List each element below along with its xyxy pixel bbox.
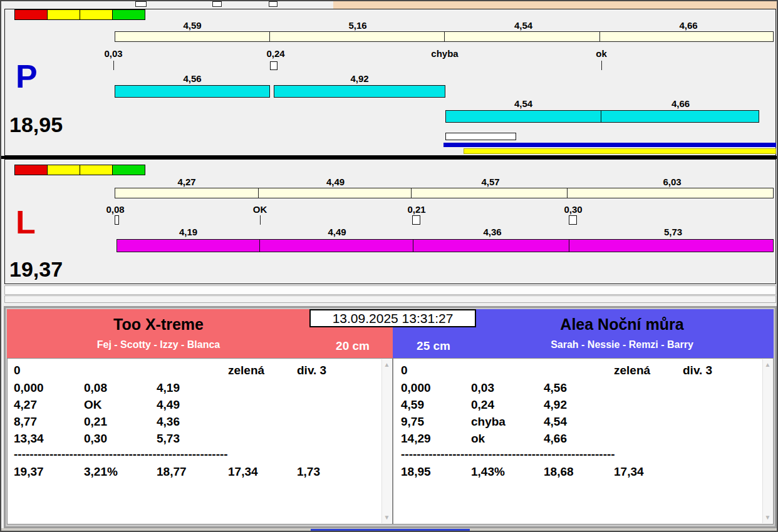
status-yellow-light — [47, 9, 80, 20]
lap-label: 4,66 — [601, 98, 760, 108]
split-label: 4,59 — [115, 20, 270, 30]
scrollbar[interactable]: ▲ ▼ — [381, 359, 392, 523]
cell: 4,19 — [157, 381, 180, 395]
scrollbar-down-icon[interactable]: ▼ — [382, 513, 392, 522]
tick-label: 0,08 — [100, 204, 131, 215]
message-strip — [4, 285, 776, 295]
lap-label: 4,54 — [445, 98, 601, 108]
cell: 4,49 — [157, 398, 180, 412]
split-row: 13,34 0,30 5,73 — [8, 432, 392, 447]
cell: ----------------------------------------… — [14, 448, 228, 461]
lane-letter-l: L — [16, 206, 36, 238]
progress-bar-blue — [443, 143, 776, 147]
lap-bar-l — [117, 239, 774, 252]
status-red-light — [14, 9, 48, 20]
status-lights-p — [14, 9, 145, 20]
split-label: 4,27 — [115, 176, 259, 187]
lap-label: 4,92 — [274, 73, 445, 83]
cell: div. 3 — [297, 364, 326, 377]
cell: 1,73 — [297, 465, 320, 479]
tick-label: OK — [247, 204, 272, 215]
split-label: 6,03 — [569, 176, 775, 187]
progress-outline — [445, 133, 516, 140]
status-yellow-light — [47, 165, 80, 175]
tick-mark — [260, 215, 261, 225]
cell: 4,66 — [544, 432, 567, 446]
timing-app-window: 4,59 5,16 4,54 4,66 0,03 0,24 chyba ok P… — [0, 0, 778, 532]
lap-segment — [569, 239, 774, 252]
cell: 4,27 — [14, 398, 37, 412]
split-segment — [444, 31, 600, 42]
lap-label: 4,36 — [414, 227, 571, 237]
minimized-window[interactable] — [269, 1, 277, 7]
separator-row: ----------------------------------------… — [8, 448, 392, 463]
cell: 1,43% — [471, 465, 505, 479]
lap-segment — [413, 239, 569, 252]
tick-label: 0,30 — [558, 204, 589, 215]
tick-label: ok — [586, 48, 617, 59]
lap-segment — [259, 239, 413, 252]
lap-segment — [601, 110, 759, 123]
status-green-light — [112, 9, 145, 20]
split-segment — [411, 188, 568, 198]
sensor-marker — [270, 61, 277, 70]
scrollbar-down-icon[interactable]: ▼ — [763, 513, 772, 522]
taskbar-strip — [333, 1, 777, 9]
team-right-name: Alea Noční můra — [470, 315, 774, 334]
scrollbar-up-icon[interactable]: ▲ — [763, 361, 772, 369]
tick-label: 0,03 — [98, 48, 129, 59]
lap-bar-p — [274, 85, 445, 98]
cell: chyba — [471, 415, 506, 429]
sensor-marker — [569, 215, 577, 225]
lap-bar-p — [445, 110, 759, 123]
split-segment — [567, 188, 774, 198]
tick-label: 0,24 — [260, 48, 291, 59]
lap-label: 4,49 — [260, 227, 414, 237]
split-label: 4,49 — [259, 176, 412, 187]
cell: OK — [84, 398, 102, 412]
cell: div. 3 — [683, 364, 712, 377]
cell: 14,29 — [401, 432, 431, 446]
tick-mark — [113, 61, 114, 70]
total-time-l: 19,37 — [9, 258, 63, 280]
minimized-window[interactable] — [135, 1, 147, 7]
lap-label: 4,19 — [117, 227, 260, 237]
totals-row: 19,37 3,21% 18,77 17,34 1,73 — [8, 465, 392, 480]
split-label: 4,66 — [601, 20, 775, 30]
cell: 9,75 — [401, 415, 424, 429]
split-row: 0,000 0,03 4,56 — [393, 381, 773, 396]
team-right-lane-height: 25 cm — [396, 339, 471, 353]
lap-labels-p-row1: 4,56 4,92 — [115, 73, 445, 83]
split-label: 4,54 — [445, 20, 601, 30]
cell: 13,34 — [14, 432, 44, 446]
cell: zelená — [614, 364, 650, 377]
cell: 17,34 — [614, 465, 644, 479]
minimized-window[interactable] — [212, 1, 222, 7]
results-right-textarea[interactable]: 0 zelená div. 3 0,000 0,03 4,56 4,59 0,2… — [393, 358, 774, 524]
split-row: 9,75 chyba 4,54 — [393, 415, 773, 430]
split-row: 8,77 0,21 4,36 — [8, 415, 392, 430]
split-label: 5,16 — [270, 20, 445, 30]
lap-segment — [117, 239, 260, 252]
split-segment — [115, 31, 270, 42]
split-row: 4,59 0,24 4,92 — [393, 398, 773, 413]
cell: 0,30 — [84, 432, 107, 446]
cell: 4,92 — [544, 398, 567, 412]
cell: 19,37 — [14, 465, 44, 479]
total-time-p: 18,95 — [9, 114, 63, 135]
tick-label: 0,21 — [401, 204, 432, 215]
scrollbar[interactable]: ▲ ▼ — [762, 359, 772, 523]
results-left-textarea[interactable]: 0 zelená div. 3 0,000 0,08 4,19 4,27 OK … — [7, 358, 393, 524]
lap-bar-p — [115, 85, 270, 98]
split-segment — [599, 31, 774, 42]
cell: 0,24 — [471, 398, 494, 412]
cell: 0,08 — [84, 381, 107, 395]
lap-label: 5,73 — [571, 227, 775, 237]
team-left-name: Too X-treme — [7, 315, 310, 334]
cell: 4,59 — [401, 398, 424, 412]
cell: 0,000 — [14, 381, 44, 395]
split-segment — [269, 31, 445, 42]
panel-l: 4,27 4,49 4,57 6,03 0,08 OK 0,21 0,30 L … — [4, 159, 776, 284]
taskbar-highlight[interactable] — [311, 529, 470, 532]
scrollbar-up-icon[interactable]: ▲ — [382, 361, 392, 369]
